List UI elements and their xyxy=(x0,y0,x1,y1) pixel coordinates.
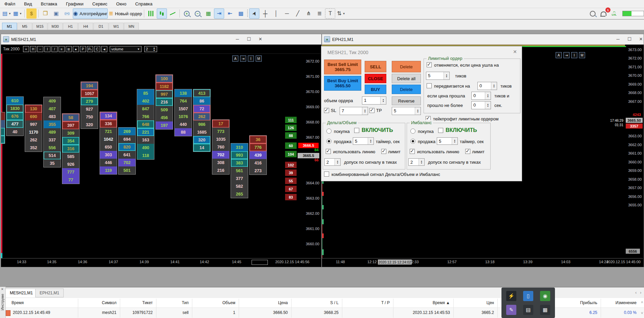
corner-btn-M[interactable]: M xyxy=(579,52,585,58)
column-header-7[interactable]: T / P xyxy=(342,300,390,305)
window-titlebar[interactable]: ▲ MESH21,M1 ─ ☐ ✕ xyxy=(1,34,321,45)
column-header-3[interactable]: Тип xyxy=(156,300,189,305)
tick-group-spinner[interactable]: 2▲▼ xyxy=(144,46,157,52)
horizontal-line-icon[interactable]: ─ xyxy=(282,8,292,19)
chart-tool-−[interactable]: − xyxy=(37,46,43,52)
column-header-11[interactable]: Изменение xyxy=(601,300,637,305)
imbalance-use-line-checkbox[interactable] xyxy=(410,149,415,154)
lightshot-icon[interactable]: ⚡ xyxy=(506,291,516,301)
delta-buy-radio[interactable] xyxy=(326,129,331,134)
chart-tool-Pₕ[interactable]: Pₕ xyxy=(87,46,93,52)
menu-Вид[interactable]: Вид xyxy=(20,1,37,7)
candles-chart-icon[interactable] xyxy=(157,8,167,19)
window-titlebar[interactable]: ▲ EPH21,M1 ─ ☐ ✕ xyxy=(322,34,644,45)
minimize-button[interactable]: ─ xyxy=(233,35,241,43)
cluster-chart[interactable]: Тик 2000+H−I/≡≣●PPₕC◄volume▼2▲▼A⇥IM61018… xyxy=(1,45,321,267)
vertical-line-icon[interactable]: │ xyxy=(271,8,281,19)
tf-tab-M30[interactable]: M30 xyxy=(48,23,63,30)
delta-enable-checkbox[interactable] xyxy=(354,128,359,133)
chart-tool-●[interactable]: ● xyxy=(73,46,79,52)
imbalance-sell-radio[interactable] xyxy=(410,139,415,144)
chart-tool-◄[interactable]: ◄ xyxy=(101,46,107,52)
text-tool-icon[interactable]: T xyxy=(325,8,335,19)
chart-profiles-icon[interactable]: ▦▼ xyxy=(13,8,23,19)
signal-icon[interactable]: ((•)) xyxy=(62,8,72,19)
delta-timer-spinner[interactable]: 5▲▼ xyxy=(353,137,374,145)
menu-Сервис[interactable]: Сервис xyxy=(88,1,112,7)
gallery-icon[interactable]: ▤ xyxy=(523,305,533,315)
tf-tab-H4[interactable]: H4 xyxy=(78,23,93,30)
tf-tab-W1[interactable]: W1 xyxy=(109,23,124,30)
elapsed-sec-spinner[interactable]: 0▲▼ xyxy=(471,101,491,109)
tf-tab-MN[interactable]: MN xyxy=(124,23,139,30)
column-header-6[interactable]: S / L xyxy=(291,300,339,305)
server-icon[interactable]: ▣ xyxy=(51,8,61,19)
corner-btn-⇥[interactable]: ⇥ xyxy=(563,52,570,58)
tp-spinner[interactable]: 5▲▼ xyxy=(392,107,421,115)
corner-btn-⇥[interactable]: ⇥ xyxy=(240,55,246,62)
close-button[interactable]: ✕ xyxy=(256,35,264,43)
scroll-tabs-right[interactable]: › xyxy=(640,290,641,295)
close-icon[interactable]: ✕ xyxy=(1,288,4,291)
imbalance-limit-checkbox[interactable] xyxy=(465,149,470,154)
bottom-tab-MESH21,M1[interactable]: MESH21,M1 xyxy=(5,289,37,297)
tf-tab-M1[interactable]: M1 xyxy=(2,23,17,30)
fibo-levels-icon[interactable]: ≣ xyxy=(314,8,324,19)
menu-Окно[interactable]: Окно xyxy=(112,1,131,7)
algotrading-button[interactable]: ◉Алготрейдинг xyxy=(73,8,108,19)
chart-tool-≣[interactable]: ≣ xyxy=(66,46,72,52)
crosshair-icon[interactable]: ┼ xyxy=(260,8,270,19)
pitchfork-icon[interactable]: ⋔ xyxy=(303,8,314,19)
corner-btn-M[interactable]: M xyxy=(256,55,262,62)
notifications-icon[interactable]: 1 xyxy=(598,8,608,19)
new-chart-icon[interactable]: ▤▼ xyxy=(2,8,12,19)
symbols-icon[interactable]: $ xyxy=(26,8,37,19)
column-header-5[interactable]: Цена xyxy=(239,300,288,305)
chart-shift-icon[interactable]: ⇤ xyxy=(225,8,235,19)
reverse-button[interactable]: Reverse xyxy=(392,96,421,105)
tp-checkbox[interactable] xyxy=(369,108,374,113)
buy-button[interactable]: BUY xyxy=(365,85,386,94)
best-buy-limit-button[interactable]: Best Buy Limit3665.50 xyxy=(324,76,361,91)
cursor-icon[interactable]: ➤ xyxy=(249,8,259,19)
imbalance-tolerance-spinner[interactable]: 2▲▼ xyxy=(408,158,425,166)
history-icon[interactable]: ❒ xyxy=(40,8,50,19)
bottom-tab-EPH21,M1[interactable]: EPH21,M1 xyxy=(35,289,64,297)
column-header-4[interactable]: Объем xyxy=(192,300,235,305)
instruments-side-tab[interactable]: ✕ Инструме xyxy=(0,287,6,318)
print-icon[interactable]: ▦ xyxy=(540,305,550,315)
chart-tool-H[interactable]: H xyxy=(30,46,36,52)
pen-icon[interactable]: ✎ xyxy=(506,305,516,315)
delta-sell-radio[interactable] xyxy=(326,139,331,144)
combined-signal-checkbox[interactable] xyxy=(324,172,329,177)
scroll-tabs-left[interactable]: ‹ xyxy=(635,290,637,295)
corner-btn-A[interactable]: A xyxy=(232,55,238,62)
delete-all-button[interactable]: Delete all xyxy=(392,74,421,83)
phone-icon[interactable]: ▯ xyxy=(523,291,533,301)
maximize-button[interactable]: ☐ xyxy=(245,35,253,43)
sell-button[interactable]: SELL xyxy=(365,61,386,72)
close-button[interactable]: ✕ xyxy=(637,35,644,43)
scroll-table-up[interactable]: ˄ xyxy=(641,300,643,304)
tf-tab-H1[interactable]: H1 xyxy=(63,23,78,30)
new-order-button[interactable]: ≣Новый ордер xyxy=(108,8,142,19)
delta-limit-checkbox[interactable] xyxy=(381,149,386,154)
tile-windows-icon[interactable]: ▦ xyxy=(203,8,213,19)
maximize-button[interactable]: ☐ xyxy=(625,35,634,43)
account-level-icon[interactable]: ◠LVL xyxy=(609,8,619,19)
chart-tool-≡[interactable]: ≡ xyxy=(59,46,65,52)
zoom-in-icon[interactable]: + xyxy=(181,8,192,19)
delta-use-line-checkbox[interactable] xyxy=(326,149,331,154)
chart-tool-/[interactable]: / xyxy=(51,46,58,52)
camera-icon[interactable]: ◉ xyxy=(540,291,550,301)
move-checkbox[interactable] xyxy=(427,83,432,88)
column-header-0[interactable]: Время xyxy=(5,300,81,305)
chart-tool-P[interactable]: P xyxy=(80,46,86,52)
imbalance-buy-radio[interactable] xyxy=(410,129,415,134)
delta-tolerance-spinner[interactable]: 2▲▼ xyxy=(324,158,341,166)
move-ticks-spinner[interactable]: 0▲▼ xyxy=(477,82,497,90)
sl-checkbox[interactable] xyxy=(324,108,329,113)
trendline-icon[interactable]: ╱ xyxy=(293,8,303,19)
menu-Графики[interactable]: Графики xyxy=(62,1,88,7)
best-sell-limit-button[interactable]: Best Sell Limit3665.75 xyxy=(324,60,361,74)
